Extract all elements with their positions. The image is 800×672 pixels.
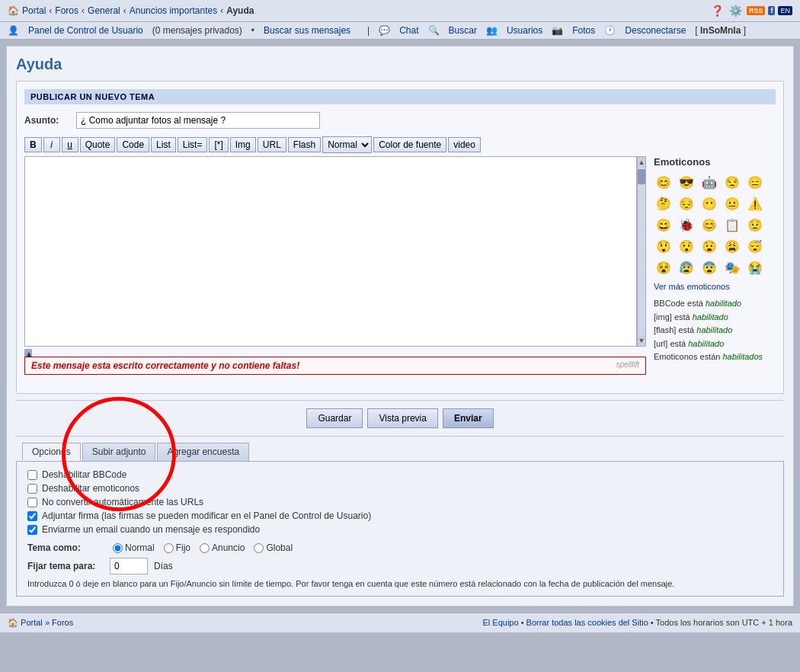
preview-button[interactable]: Vista previa	[367, 408, 437, 428]
subject-input[interactable]	[76, 112, 320, 129]
emoticon-8[interactable]: 😶	[699, 194, 719, 213]
emoticon-4[interactable]: 😒	[722, 172, 742, 192]
list-eq-button[interactable]: List=	[178, 137, 208, 152]
emoticon-21[interactable]: 😵	[654, 258, 674, 277]
disable-emoticons-checkbox[interactable]	[27, 484, 37, 494]
chat-link[interactable]: Chat	[399, 25, 418, 36]
ver-mas-link[interactable]: Ver más emoticonos	[654, 282, 776, 291]
disable-emoticons-label[interactable]: Deshabilitar emoticonos	[42, 483, 139, 494]
emoticon-9[interactable]: 😐	[722, 194, 742, 213]
search-link[interactable]: Buscar	[449, 25, 477, 36]
star-button[interactable]: [*]	[209, 137, 228, 152]
tema-fijo[interactable]: Fijo	[164, 542, 190, 553]
scroll-thumb[interactable]	[638, 169, 645, 184]
emoticon-13[interactable]: 😊	[699, 215, 719, 235]
disable-bbcode-checkbox[interactable]	[27, 470, 37, 480]
no-convert-urls-checkbox[interactable]	[27, 498, 37, 507]
emoticon-25[interactable]: 😭	[745, 258, 765, 277]
tab-subir-adjunto[interactable]: Subir adjunto	[82, 443, 156, 461]
tema-fijo-radio[interactable]	[164, 543, 174, 553]
emoticon-14[interactable]: 📋	[722, 215, 742, 235]
search-messages-link[interactable]: Buscar sus mensajes	[264, 25, 350, 36]
emoticon-3[interactable]: 🤖	[699, 172, 719, 192]
url-button[interactable]: URL	[258, 137, 286, 152]
emoticon-22[interactable]: 😰	[677, 258, 696, 277]
logout-link[interactable]: Desconectarse	[625, 25, 686, 36]
language-icon[interactable]: EN	[778, 6, 792, 15]
quote-button[interactable]: Quote	[80, 137, 116, 152]
fijar-tema-input[interactable]	[110, 558, 148, 574]
tema-normal-radio[interactable]	[113, 543, 123, 553]
emoticon-24[interactable]: 🎭	[722, 258, 742, 277]
emoticon-15[interactable]: 😟	[745, 215, 765, 235]
breadcrumb-foros[interactable]: Foros	[55, 5, 78, 16]
tema-global-radio[interactable]	[254, 543, 264, 553]
color-button[interactable]: Color de fuente	[373, 137, 446, 152]
users-link[interactable]: Usuarios	[507, 25, 542, 36]
emoticon-20[interactable]: 😴	[745, 236, 765, 256]
emoticon-19[interactable]: 😩	[722, 236, 742, 256]
footer-foros-link[interactable]: Foros	[52, 618, 73, 627]
save-button[interactable]: Guardar	[306, 408, 363, 428]
user-panel-link[interactable]: Panel de Control de Usuario	[28, 25, 143, 36]
footer-clear-cookies-link[interactable]: Borrar todas las cookies del Sitio	[526, 618, 648, 627]
tab-agregar-encuesta[interactable]: Agregar encuesta	[157, 443, 249, 461]
attach-signature-checkbox[interactable]	[27, 511, 37, 521]
search-icon: 🔍	[428, 25, 440, 36]
tema-global-label[interactable]: Global	[266, 542, 293, 553]
attach-signature-row: Adjuntar firma (las firmas se pueden mod…	[27, 510, 773, 521]
italic-button[interactable]: i	[43, 137, 60, 152]
scroll-up[interactable]: ▲	[638, 157, 645, 168]
emoticon-17[interactable]: 😯	[677, 236, 696, 256]
list-button[interactable]: List	[151, 137, 176, 152]
underline-button[interactable]: u	[62, 137, 78, 152]
tema-global[interactable]: Global	[254, 542, 293, 553]
help-icon[interactable]: ❓	[710, 3, 725, 18]
video-button[interactable]: video	[448, 137, 481, 152]
emoticon-2[interactable]: 😎	[677, 172, 696, 192]
email-notify-label[interactable]: Enviarme un email cuando un mensaje es r…	[42, 524, 260, 535]
emoticon-12[interactable]: 🐞	[677, 215, 696, 235]
breadcrumb-general[interactable]: General	[88, 5, 120, 16]
disable-bbcode-label[interactable]: Deshabilitar BBCode	[42, 469, 126, 480]
breadcrumb-portal[interactable]: Portal	[22, 5, 46, 16]
fijar-tema-row: Fijar tema para: Días	[27, 558, 773, 574]
tema-normal-label[interactable]: Normal	[125, 542, 155, 553]
emoticon-7[interactable]: 😔	[677, 194, 696, 213]
emoticon-16[interactable]: 😲	[654, 236, 674, 256]
tab-opciones[interactable]: Opciones	[22, 443, 81, 461]
post-form-box: PUBLICAR UN NUEVO TEMA Asunto: B i u Quo…	[16, 81, 784, 394]
send-button[interactable]: Enviar	[443, 408, 494, 428]
tema-normal[interactable]: Normal	[113, 542, 155, 553]
spellcheck-message: Este mensaje esta escrito correctamente …	[24, 357, 646, 375]
breadcrumb-anuncios[interactable]: Anuncios importantes	[130, 5, 217, 16]
facebook-icon[interactable]: f	[768, 6, 775, 15]
rss-icon[interactable]: RSS	[747, 6, 766, 15]
footer-portal-link[interactable]: Portal	[21, 618, 43, 627]
email-notify-checkbox[interactable]	[27, 525, 37, 535]
photos-link[interactable]: Fotos	[572, 25, 595, 36]
emoticon-23[interactable]: 😨	[699, 258, 719, 277]
emoticon-18[interactable]: 😧	[699, 236, 719, 256]
scroll-down[interactable]: ▼	[638, 335, 645, 346]
img-button[interactable]: Img	[230, 137, 256, 152]
footer-team-link[interactable]: El Equipo	[483, 618, 519, 627]
tema-anuncio[interactable]: Anuncio	[200, 542, 245, 553]
tema-fijo-label[interactable]: Fijo	[176, 542, 190, 553]
attach-signature-label[interactable]: Adjuntar firma (las firmas se pueden mod…	[42, 510, 371, 521]
emoticon-10[interactable]: ⚠️	[745, 194, 765, 213]
no-convert-urls-label[interactable]: No convertir automáticamente las URLs	[42, 497, 203, 507]
resize-handle[interactable]: ▲	[24, 349, 32, 357]
settings-icon[interactable]: ⚙️	[728, 3, 744, 18]
flash-button[interactable]: Flash	[288, 137, 321, 152]
code-button[interactable]: Code	[117, 137, 149, 152]
tema-anuncio-label[interactable]: Anuncio	[212, 542, 245, 553]
message-textarea[interactable]	[24, 156, 637, 347]
emoticon-5[interactable]: 😑	[745, 172, 765, 192]
size-select[interactable]: Normal	[322, 136, 372, 153]
tema-anuncio-radio[interactable]	[200, 543, 210, 553]
bold-button[interactable]: B	[24, 137, 42, 152]
emoticon-11[interactable]: 😄	[654, 215, 674, 235]
emoticon-6[interactable]: 🤔	[654, 194, 674, 213]
emoticon-1[interactable]: 😊	[654, 172, 674, 192]
